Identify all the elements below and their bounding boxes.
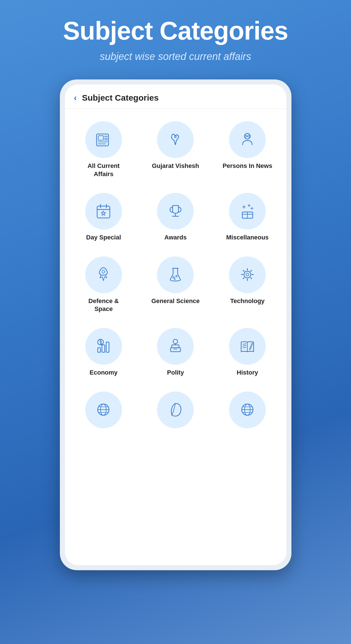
miscellaneous-label: Miscellaneous	[226, 234, 269, 242]
gujarat-vishesh-icon-circle	[157, 121, 194, 158]
svg-point-28	[102, 270, 105, 273]
awards-icon-circle	[157, 193, 194, 230]
back-button[interactable]: ‹	[74, 92, 77, 103]
awards-label: Awards	[164, 234, 187, 242]
globe-icon	[94, 401, 113, 419]
economy-icon	[94, 337, 113, 355]
svg-line-39	[243, 270, 244, 271]
svg-rect-1	[98, 136, 103, 140]
all-current-affairs-icon-circle	[85, 121, 122, 158]
screen-title: Subject Categories	[82, 93, 159, 103]
category-defence-space[interactable]: Defence &Space	[68, 250, 140, 321]
category-all-current-affairs[interactable]: All CurrentAffairs	[68, 114, 140, 186]
category-awards[interactable]: Awards	[139, 186, 212, 250]
economy-label: Economy	[90, 369, 117, 377]
newspaper-icon	[94, 131, 113, 149]
svg-point-48	[173, 339, 178, 344]
science-icon	[166, 265, 185, 284]
day-special-label: Day Special	[86, 234, 121, 242]
category-day-special[interactable]: Day Special	[68, 186, 140, 250]
category-history[interactable]: History	[212, 321, 284, 385]
svg-line-53	[243, 344, 246, 344]
category-gujarat-vishesh[interactable]: Gujarat Vishesh	[139, 114, 212, 186]
polity-icon-circle	[157, 328, 194, 365]
svg-rect-45	[106, 342, 109, 352]
svg-point-32	[174, 278, 175, 280]
svg-point-30	[173, 276, 175, 278]
leaf-icon	[166, 401, 185, 419]
category-persons-in-news[interactable]: Persons In News	[212, 114, 284, 186]
persons-in-news-label: Persons In News	[223, 162, 272, 170]
category-miscellaneous[interactable]: Miscellaneous	[212, 186, 284, 250]
calendar-icon	[94, 202, 113, 221]
category-general-science[interactable]: General Science	[139, 250, 212, 321]
svg-rect-44	[102, 345, 105, 352]
page-title: Subject Categories	[63, 17, 288, 45]
svg-rect-43	[98, 348, 101, 352]
rocket-icon	[94, 265, 113, 284]
persons-in-news-icon-circle	[229, 121, 266, 158]
person-icon	[238, 131, 257, 149]
globe-icon-circle	[85, 392, 122, 428]
miscellaneous-icon-circle	[229, 193, 266, 230]
technology-icon-circle	[229, 256, 266, 293]
phone-screen: ‹ Subject Categories All Curr	[65, 85, 286, 565]
leaf-icon-circle	[157, 392, 194, 428]
day-special-icon-circle	[85, 193, 122, 230]
all-current-affairs-label: All CurrentAffairs	[88, 162, 120, 178]
category-polity[interactable]: Polity	[139, 321, 212, 385]
svg-line-41	[250, 270, 252, 271]
svg-line-55	[243, 347, 246, 348]
history-label: History	[237, 369, 258, 377]
categories-grid: All CurrentAffairs Gujarat Vishesh	[65, 109, 286, 446]
economy-icon-circle	[85, 328, 122, 365]
general-science-icon-circle	[157, 256, 194, 293]
svg-marker-16	[101, 211, 106, 215]
category-row4-2[interactable]	[139, 385, 212, 440]
globe2-icon	[238, 401, 257, 419]
app-header: ‹ Subject Categories	[65, 85, 286, 109]
technology-label: Technology	[230, 297, 265, 305]
trophy-icon	[166, 202, 185, 221]
category-row4-1[interactable]	[68, 385, 140, 440]
category-economy[interactable]: Economy	[68, 321, 140, 385]
svg-point-31	[176, 276, 177, 277]
page-subtitle: subject wise sorted current affairs	[100, 51, 251, 62]
polity-icon	[166, 337, 185, 355]
svg-rect-49	[171, 348, 180, 352]
defence-space-label: Defence &Space	[88, 297, 119, 313]
misc-icon	[238, 202, 257, 221]
svg-point-7	[175, 136, 176, 138]
svg-line-54	[243, 345, 246, 346]
svg-point-33	[244, 271, 251, 278]
map-icon	[166, 131, 185, 149]
technology-icon	[238, 265, 257, 284]
phone-frame: ‹ Subject Categories All Curr	[60, 79, 291, 570]
svg-point-34	[246, 273, 249, 276]
category-technology[interactable]: Technology	[212, 250, 284, 321]
svg-rect-10	[248, 135, 250, 137]
history-icon	[238, 337, 257, 355]
defence-space-icon-circle	[85, 256, 122, 293]
general-science-label: General Science	[151, 297, 200, 305]
category-row4-3[interactable]	[212, 385, 284, 440]
globe2-icon-circle	[229, 392, 266, 428]
polity-label: Polity	[167, 369, 184, 377]
gujarat-vishesh-label: Gujarat Vishesh	[152, 162, 199, 170]
svg-line-42	[243, 278, 244, 279]
svg-line-40	[250, 278, 252, 279]
history-icon-circle	[229, 328, 266, 365]
